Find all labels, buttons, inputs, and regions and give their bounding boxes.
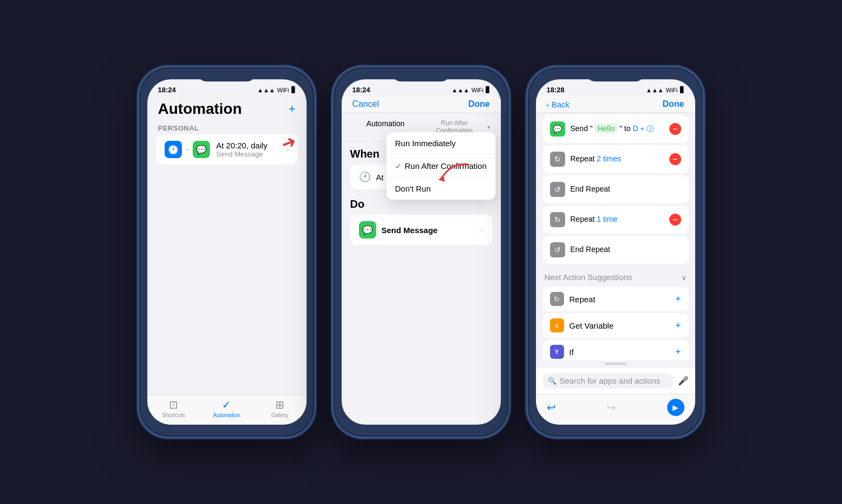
dropdown-run-immediately[interactable]: Run Immediately: [386, 132, 495, 155]
editor-scroll[interactable]: 💬 Send " Hello " to D + ⓘ − ↻ Repeat: [536, 113, 695, 360]
automation-info: At 20:20, daily Send Message: [216, 141, 280, 158]
end-repeat1-row[interactable]: ↺ End Repeat: [542, 175, 689, 203]
automation-subtitle: Send Message: [216, 150, 280, 158]
phone3-content: ‹ Back Done 💬 Send " Hello " to D + ⓘ −: [536, 96, 695, 425]
status-icons-2: ▲▲▲ WiFi ▊: [452, 86, 490, 93]
drag-handle: [536, 360, 695, 367]
repeat2-times[interactable]: 1 time: [597, 215, 617, 223]
end-repeat2-icon: ↺: [550, 242, 565, 257]
checkmark-icon: ✓: [395, 162, 402, 171]
microphone-icon[interactable]: 🎤: [678, 376, 689, 386]
repeat1-times[interactable]: 2 times: [597, 154, 621, 163]
add-getvariable-button[interactable]: +: [675, 320, 681, 331]
personal-section-label: Personal: [147, 120, 307, 134]
gallery-icon: ⊞: [275, 398, 284, 411]
end-repeat1-text: End Repeat: [571, 184, 681, 195]
remove-repeat2-button[interactable]: −: [669, 214, 681, 226]
next-action-title: Next Action Suggestions: [545, 273, 633, 282]
send-message-label: Send Message: [382, 226, 476, 235]
end-repeat2-row[interactable]: ↺ End Repeat: [542, 236, 689, 264]
send-message-icon: 💬: [359, 221, 376, 239]
do-row[interactable]: 💬 Send Message ›: [350, 215, 492, 245]
page-title-automation: Automation: [158, 100, 242, 118]
run-after-confirmation-label: Run After Confirmation: [405, 161, 487, 171]
add-repeat-button[interactable]: +: [675, 294, 681, 305]
automation-list-item[interactable]: 🕐 → 💬 At 20:20, daily Send Message ›: [156, 134, 298, 165]
add-if-button[interactable]: +: [675, 346, 681, 358]
remove-send-button[interactable]: −: [669, 123, 681, 135]
wifi-icon-1: WiFi: [277, 87, 289, 93]
phone-2-screen: 18:24 ▲▲▲ WiFi ▊ Cancel Done Automation …: [342, 79, 501, 425]
end-repeat1-icon: ↺: [550, 182, 565, 197]
recipient-d[interactable]: D: [633, 124, 638, 133]
suggestion-getvariable-label: Get Variable: [569, 321, 670, 330]
run-immediately-label: Run Immediately: [395, 139, 456, 148]
redo-button[interactable]: ↪: [607, 401, 616, 414]
suggestion-repeat[interactable]: ↻ Repeat +: [542, 287, 689, 311]
tab-bar-1: ⊡ Shortcuts ✓ Automation ⊞ Gallery: [147, 394, 307, 425]
info-icon[interactable]: ⓘ: [647, 125, 654, 133]
notch-3: [586, 69, 645, 81]
shortcuts-icon: ⊡: [169, 398, 178, 411]
next-action-chevron[interactable]: ∨: [681, 273, 687, 282]
repeat1-row[interactable]: ↻ Repeat 2 times −: [542, 145, 689, 173]
play-button[interactable]: ▶: [667, 399, 684, 416]
nav-bar-1: Automation +: [147, 96, 307, 120]
top-bar-2: Cancel Done: [342, 96, 501, 113]
cancel-button[interactable]: Cancel: [352, 99, 379, 109]
automation-title: At 20:20, daily: [216, 141, 280, 150]
dropdown-dont-run[interactable]: Don't Run: [386, 178, 495, 200]
status-time-2: 18:24: [352, 86, 370, 94]
dont-run-label: Don't Run: [395, 184, 431, 193]
repeat1-label: Repeat: [571, 154, 595, 163]
hello-variable[interactable]: Hello: [595, 124, 617, 133]
status-time-3: 18:28: [547, 86, 565, 94]
tab-gallery[interactable]: ⊞ Gallery: [263, 398, 296, 418]
tab-automation[interactable]: ✓ Automation: [210, 398, 243, 418]
top-bar-3: ‹ Back Done: [536, 96, 695, 113]
signal-icon-3: ▲▲▲: [646, 87, 664, 93]
status-time-1: 18:24: [158, 86, 176, 94]
wifi-icon-3: WiFi: [666, 87, 678, 93]
suggestion-repeat-label: Repeat: [569, 295, 670, 304]
search-placeholder: Search for apps and actions: [560, 376, 661, 385]
automation-tab-bar: Automation Run After Confirmation ▾ Run …: [342, 113, 501, 141]
done-button[interactable]: Done: [468, 99, 490, 109]
status-bar-1: 18:24 ▲▲▲ WiFi ▊: [147, 79, 307, 96]
suggestion-get-variable[interactable]: x Get Variable +: [542, 313, 689, 338]
scene: 18:24 ▲▲▲ WiFi ▊ Automation + Personal 🕐…: [119, 47, 723, 457]
dropdown-run-after-confirmation[interactable]: ✓ Run After Confirmation: [386, 155, 495, 178]
send-action-row[interactable]: 💬 Send " Hello " to D + ⓘ −: [542, 115, 689, 143]
remove-repeat1-button[interactable]: −: [669, 153, 681, 165]
undo-button[interactable]: ↩: [547, 401, 556, 414]
signal-icon-2: ▲▲▲: [452, 87, 470, 93]
repeat2-row[interactable]: ↻ Repeat 1 time −: [542, 206, 689, 234]
suggestion-repeat-icon: ↻: [550, 292, 564, 306]
status-bar-3: 18:28 ▲▲▲ WiFi ▊: [536, 79, 695, 96]
automation-icons: 🕐 → 💬: [165, 141, 210, 158]
suggestion-if-label: If: [569, 348, 670, 357]
tab-shortcuts[interactable]: ⊡ Shortcuts: [158, 398, 190, 418]
suggestion-if[interactable]: Y If +: [542, 339, 689, 360]
search-input-wrap[interactable]: 🔍 Search for apps and actions: [542, 373, 674, 389]
arrow-icon: →: [184, 146, 191, 153]
dropdown-menu: Run Immediately ✓ Run After Confirmation…: [386, 132, 495, 200]
bottom-toolbar: ↩ ↪ ▶: [536, 394, 695, 425]
status-icons-1: ▲▲▲ WiFi ▊: [257, 86, 296, 93]
notch-2: [391, 69, 451, 81]
suggestion-getvariable-icon: x: [550, 318, 564, 332]
automation-icon: ✓: [222, 398, 231, 411]
add-automation-button[interactable]: +: [289, 102, 296, 116]
add-recipient-icon[interactable]: +: [640, 125, 644, 133]
phone1-content: Automation + Personal 🕐 → 💬 At 20:20, da…: [147, 96, 307, 425]
status-icons-3: ▲▲▲ WiFi ▊: [646, 86, 684, 93]
back-button[interactable]: ‹ Back: [547, 100, 570, 109]
signal-icon-1: ▲▲▲: [257, 87, 275, 93]
send-action-icon: 💬: [550, 121, 565, 137]
done-button-3[interactable]: Done: [663, 99, 684, 109]
gallery-label: Gallery: [271, 412, 288, 418]
repeat1-icon: ↻: [550, 152, 565, 167]
battery-icon-2: ▊: [486, 86, 490, 93]
message-icon: 💬: [193, 141, 210, 158]
phone2-content: Cancel Done Automation Run After Confirm…: [342, 96, 501, 425]
